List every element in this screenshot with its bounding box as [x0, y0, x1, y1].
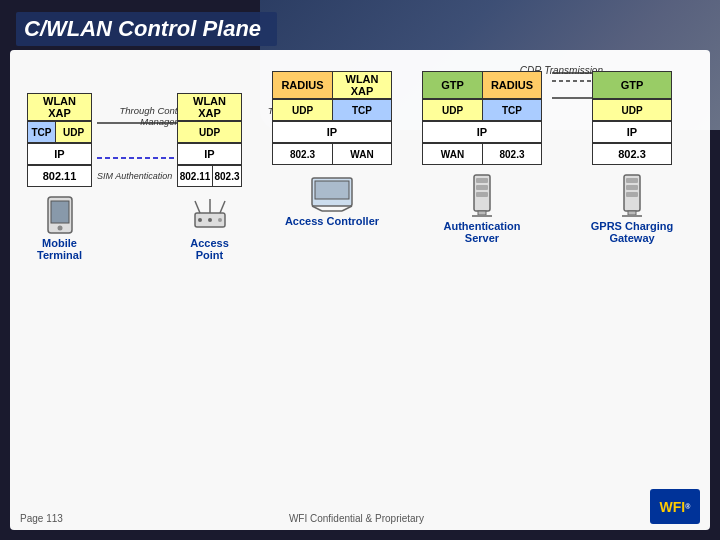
svg-rect-35: [626, 192, 638, 197]
access-point-icon: [185, 195, 235, 235]
gg-udp: UDP: [592, 99, 672, 121]
gprs-gateway-icon: [612, 173, 652, 218]
ac-radius: RADIUS: [272, 71, 332, 99]
svg-point-19: [208, 218, 212, 222]
svg-rect-22: [315, 181, 349, 199]
svg-rect-31: [472, 215, 492, 217]
access-point-stack: WLANXAP UDP IP 802.11 802.3 SIM Authenti…: [177, 93, 242, 261]
svg-rect-29: [476, 192, 488, 197]
access-controller-icon: [307, 173, 357, 213]
wfi-logo: WFI ®: [650, 489, 700, 524]
ap-80211: 802.11: [177, 165, 212, 187]
svg-rect-28: [476, 185, 488, 190]
svg-point-13: [57, 226, 62, 231]
svg-rect-12: [51, 201, 69, 223]
ac-wlan-xap: WLANXAP: [332, 71, 392, 99]
ap-wlan-xap: WLANXAP: [177, 93, 242, 121]
ac-ip: IP: [272, 121, 392, 143]
svg-rect-30: [478, 211, 486, 215]
footer: Page 113 WFI Confidential & Proprietary …: [10, 489, 710, 524]
access-point-device: Access Point: [177, 195, 242, 261]
as-ip: IP: [422, 121, 542, 143]
slide: C/WLAN Control Plane CDR Transmission: [0, 0, 720, 540]
svg-rect-36: [628, 211, 636, 215]
mobile-ip: IP: [27, 143, 92, 165]
as-gtp: GTP: [422, 71, 482, 99]
gprs-gateway-label: GPRS Charging Gateway: [587, 220, 677, 244]
svg-rect-37: [622, 215, 642, 217]
mobile-terminal-icon: [40, 195, 80, 235]
gprs-gateway-stack: GTP UDP IP 802.3 GPRS Charging Gate: [592, 71, 672, 244]
title-bar: C/WLAN Control Plane: [16, 12, 277, 46]
as-8023: 802.3: [482, 143, 542, 165]
gg-ip: IP: [592, 121, 672, 143]
access-controller-device: Access Controller: [285, 173, 379, 227]
auth-server-label: Authentication Server: [442, 220, 522, 244]
main-content: CDR Transmission: [10, 50, 710, 530]
svg-point-20: [218, 218, 222, 222]
network-diagram: CDR Transmission: [22, 63, 698, 433]
as-wan: WAN: [422, 143, 482, 165]
svg-rect-34: [626, 185, 638, 190]
svg-line-17: [220, 201, 225, 213]
auth-server-device: Authentication Server: [442, 173, 522, 244]
mobile-terminal-stack: WLANXAP TCP UDP IP 802.11 Mobile Termina…: [27, 93, 92, 261]
sim-auth-label: SIM Authentication: [97, 171, 172, 181]
gg-gtp: GTP: [592, 71, 672, 99]
ac-8023: 802.3: [272, 143, 332, 165]
as-tcp: TCP: [482, 99, 542, 121]
mobile-terminal-label: Mobile Terminal: [27, 237, 92, 261]
svg-line-15: [195, 201, 200, 213]
access-controller-label: Access Controller: [285, 215, 379, 227]
gprs-gateway-device: GPRS Charging Gateway: [587, 173, 677, 244]
mobile-device: Mobile Terminal: [27, 195, 92, 261]
ap-udp: UDP: [177, 121, 242, 143]
svg-rect-27: [476, 178, 488, 183]
mobile-tcp: TCP: [27, 121, 55, 143]
svg-point-18: [198, 218, 202, 222]
ac-udp: UDP: [272, 99, 332, 121]
gg-8023: 802.3: [592, 143, 672, 165]
mobile-udp: UDP: [55, 121, 92, 143]
ac-wan: WAN: [332, 143, 392, 165]
as-radius: RADIUS: [482, 71, 542, 99]
ap-8023: 802.3: [212, 165, 242, 187]
mobile-80211: 802.11: [27, 165, 92, 187]
ap-ip: IP: [177, 143, 242, 165]
as-udp: UDP: [422, 99, 482, 121]
auth-server-stack: GTP RADIUS UDP TCP IP WAN 802.3: [422, 71, 542, 244]
access-controller-stack: RADIUS WLANXAP UDP TCP IP 802.3 WAN: [272, 71, 392, 227]
auth-server-icon: [462, 173, 502, 218]
watermark-text: WFI Confidential & Proprietary: [289, 513, 424, 524]
page-number: Page 113: [20, 513, 63, 524]
access-point-label: Access Point: [177, 237, 242, 261]
mobile-wlan-xap: WLANXAP: [27, 93, 92, 121]
svg-rect-33: [626, 178, 638, 183]
slide-title: C/WLAN Control Plane: [24, 16, 261, 41]
ac-tcp: TCP: [332, 99, 392, 121]
